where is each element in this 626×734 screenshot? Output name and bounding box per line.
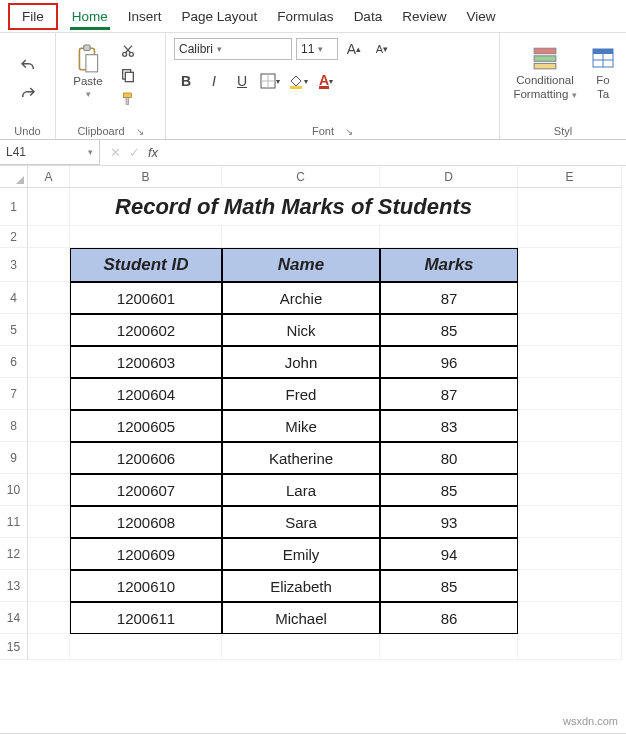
- cell-name[interactable]: Archie: [222, 282, 380, 314]
- cell[interactable]: [28, 248, 70, 282]
- cell-id[interactable]: 1200611: [70, 602, 222, 634]
- row-header[interactable]: 8: [0, 410, 28, 442]
- cell[interactable]: [518, 442, 622, 474]
- select-all-corner[interactable]: [0, 166, 28, 188]
- tab-page-layout[interactable]: Page Layout: [172, 3, 268, 30]
- cell[interactable]: [28, 410, 70, 442]
- cell-id[interactable]: 1200609: [70, 538, 222, 570]
- cell-marks[interactable]: 85: [380, 570, 518, 602]
- name-box[interactable]: L41▾: [0, 140, 100, 165]
- cell-marks[interactable]: 80: [380, 442, 518, 474]
- cell[interactable]: [28, 634, 70, 660]
- cell-marks[interactable]: 86: [380, 602, 518, 634]
- cell-name[interactable]: Fred: [222, 378, 380, 410]
- font-size-combo[interactable]: 11▾: [296, 38, 338, 60]
- cell-name[interactable]: Michael: [222, 602, 380, 634]
- cell-name[interactable]: Sara: [222, 506, 380, 538]
- cell-id[interactable]: 1200601: [70, 282, 222, 314]
- tab-view[interactable]: View: [456, 3, 505, 30]
- cell[interactable]: [28, 188, 70, 226]
- cell-id[interactable]: 1200605: [70, 410, 222, 442]
- cell[interactable]: [70, 634, 222, 660]
- table-header-name[interactable]: Name: [222, 248, 380, 282]
- cell-marks[interactable]: 87: [380, 282, 518, 314]
- cell[interactable]: [28, 346, 70, 378]
- cut-button[interactable]: [118, 41, 138, 61]
- cell[interactable]: [518, 474, 622, 506]
- decrease-font-button[interactable]: A▾: [370, 37, 394, 61]
- cell[interactable]: [28, 474, 70, 506]
- column-header[interactable]: C: [222, 166, 380, 188]
- cell-id[interactable]: 1200606: [70, 442, 222, 474]
- redo-button[interactable]: [18, 84, 38, 104]
- cell[interactable]: [518, 634, 622, 660]
- row-header[interactable]: 11: [0, 506, 28, 538]
- font-color-button[interactable]: A ▾: [314, 69, 338, 93]
- cell[interactable]: [518, 602, 622, 634]
- row-header[interactable]: 6: [0, 346, 28, 378]
- cell-id[interactable]: 1200607: [70, 474, 222, 506]
- cell[interactable]: [222, 634, 380, 660]
- underline-button[interactable]: U: [230, 69, 254, 93]
- cell[interactable]: [518, 506, 622, 538]
- cell-id[interactable]: 1200608: [70, 506, 222, 538]
- row-header[interactable]: 1: [0, 188, 28, 226]
- tab-data[interactable]: Data: [344, 3, 393, 30]
- cell[interactable]: [222, 226, 380, 248]
- cell[interactable]: [28, 506, 70, 538]
- cell[interactable]: [28, 442, 70, 474]
- cell[interactable]: [518, 188, 622, 226]
- row-header[interactable]: 9: [0, 442, 28, 474]
- cell-name[interactable]: Lara: [222, 474, 380, 506]
- cell-name[interactable]: Mike: [222, 410, 380, 442]
- cell[interactable]: [28, 602, 70, 634]
- tab-review[interactable]: Review: [392, 3, 456, 30]
- undo-button[interactable]: [18, 56, 38, 76]
- cell-marks[interactable]: 93: [380, 506, 518, 538]
- cell-id[interactable]: 1200604: [70, 378, 222, 410]
- cell[interactable]: [518, 538, 622, 570]
- tab-formulas[interactable]: Formulas: [267, 3, 343, 30]
- cell[interactable]: [380, 226, 518, 248]
- conditional-formatting-button[interactable]: Conditional Formatting ▾: [508, 37, 582, 107]
- row-header[interactable]: 14: [0, 602, 28, 634]
- increase-font-button[interactable]: A▴: [342, 37, 366, 61]
- column-header[interactable]: D: [380, 166, 518, 188]
- cell[interactable]: [518, 282, 622, 314]
- column-header[interactable]: B: [70, 166, 222, 188]
- italic-button[interactable]: I: [202, 69, 226, 93]
- cell-id[interactable]: 1200610: [70, 570, 222, 602]
- row-header[interactable]: 15: [0, 634, 28, 660]
- format-painter-button[interactable]: [118, 89, 138, 109]
- row-header[interactable]: 4: [0, 282, 28, 314]
- fill-color-button[interactable]: ▾: [286, 69, 310, 93]
- row-header[interactable]: 3: [0, 248, 28, 282]
- cell-id[interactable]: 1200602: [70, 314, 222, 346]
- copy-button[interactable]: [118, 65, 138, 85]
- sheet-title[interactable]: Record of Math Marks of Students: [70, 188, 518, 226]
- fx-icon[interactable]: fx: [148, 145, 158, 160]
- cell[interactable]: [28, 226, 70, 248]
- enter-icon[interactable]: ✓: [129, 145, 140, 160]
- cell-name[interactable]: Emily: [222, 538, 380, 570]
- cell-marks[interactable]: 94: [380, 538, 518, 570]
- cell-id[interactable]: 1200603: [70, 346, 222, 378]
- cell[interactable]: [28, 378, 70, 410]
- cell-marks[interactable]: 83: [380, 410, 518, 442]
- cell-name[interactable]: Elizabeth: [222, 570, 380, 602]
- bold-button[interactable]: B: [174, 69, 198, 93]
- cell-marks[interactable]: 85: [380, 474, 518, 506]
- cell[interactable]: [518, 248, 622, 282]
- row-header[interactable]: 7: [0, 378, 28, 410]
- table-header-id[interactable]: Student ID: [70, 248, 222, 282]
- formula-input[interactable]: [168, 140, 626, 165]
- cell-name[interactable]: Katherine: [222, 442, 380, 474]
- cell[interactable]: [518, 378, 622, 410]
- cell[interactable]: [518, 314, 622, 346]
- column-header[interactable]: A: [28, 166, 70, 188]
- cell[interactable]: [518, 410, 622, 442]
- row-header[interactable]: 5: [0, 314, 28, 346]
- cell-name[interactable]: John: [222, 346, 380, 378]
- row-header[interactable]: 2: [0, 226, 28, 248]
- cancel-icon[interactable]: ✕: [110, 145, 121, 160]
